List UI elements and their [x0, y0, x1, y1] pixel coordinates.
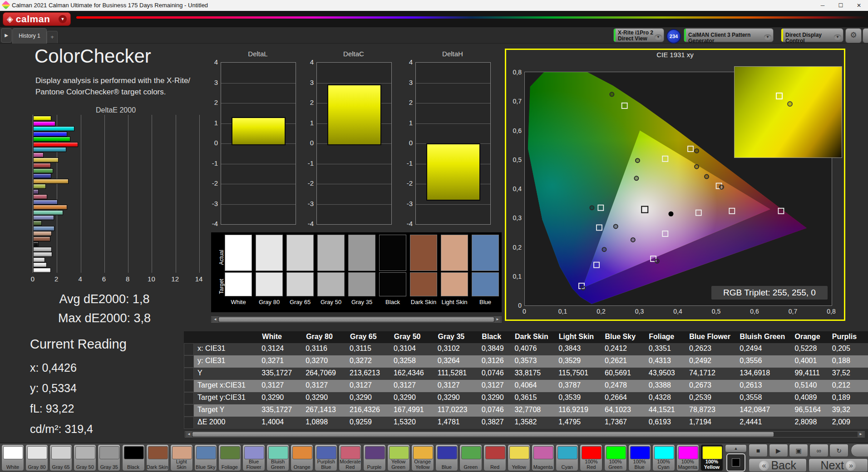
pattern-button-moderate-red[interactable]: Moderate Red [339, 444, 361, 471]
table-cell: 0,2623 [686, 343, 736, 355]
reading-cdm2-value: cd/m²: 319,4 [30, 423, 93, 436]
table-cell: 37,52 [829, 368, 868, 380]
swatch-strip-scrollbar[interactable]: ◄ ► [211, 316, 502, 323]
table-cell: 0,3849 [478, 343, 511, 355]
pattern-button-100-cyan[interactable]: 100% Cyan [652, 444, 675, 471]
pattern-button-label: Blue Sky [195, 465, 217, 470]
pattern-button-light-skin[interactable]: Light Skin [170, 444, 193, 471]
logo-bar: ◈ calman ▼ [0, 11, 868, 27]
table-scrollbar[interactable]: ◄ ► [185, 431, 865, 438]
pattern-button-yellow-green[interactable]: Yellow Green [387, 444, 410, 471]
x-tick-label: 12 [171, 275, 179, 283]
refresh-icon[interactable]: ↻ [829, 444, 848, 457]
scrollbar-thumb[interactable] [219, 317, 494, 322]
table-cell: 0,4076 [511, 343, 555, 355]
pattern-button-yellow[interactable]: Yellow [508, 444, 530, 471]
deltae-bar-bluish-green [33, 210, 63, 215]
stop-icon[interactable]: ■ [749, 444, 768, 457]
pattern-button-gray-80[interactable]: Gray 80 [25, 444, 48, 471]
column-header: Gray 65 [346, 331, 390, 343]
partial-transport-button[interactable] [851, 444, 868, 457]
partial-settings-button[interactable] [863, 28, 868, 43]
close-button[interactable]: ✕ [850, 0, 868, 11]
pattern-button-black[interactable]: Black [122, 444, 145, 471]
column-header: Bluish Green [736, 331, 791, 343]
table-cell: 0,3104 [390, 343, 434, 355]
pattern-button-purple[interactable]: Purple [363, 444, 386, 471]
pattern-button-green[interactable]: Green [459, 444, 482, 471]
swatch-label: Light Skin [439, 299, 469, 305]
row-gutter [184, 343, 194, 355]
minimize-button[interactable]: ─ [814, 0, 832, 11]
pattern-button-white[interactable]: White [1, 444, 24, 471]
pattern-button-gray-65[interactable]: Gray 65 [49, 444, 72, 471]
deltah-bar-chart [415, 62, 491, 225]
pattern-button-100-yellow[interactable]: 100% Yellow [700, 444, 723, 471]
pattern-button-foliage[interactable]: Foliage [218, 444, 241, 471]
loop-icon[interactable]: ∞ [809, 444, 829, 457]
pattern-button-100-green[interactable]: 100% Green [604, 444, 627, 471]
pattern-button-orange[interactable]: Orange [291, 444, 313, 471]
pattern-window-button[interactable] [726, 453, 745, 472]
page-description: Display analysis is performed with the X… [35, 75, 190, 98]
scroll-right-icon[interactable]: ► [494, 317, 501, 322]
frame-icon[interactable]: ▣ [789, 444, 808, 457]
pattern-button-magenta[interactable]: Magenta [532, 444, 554, 471]
x-tick-label: 6 [102, 275, 106, 283]
scroll-left-icon[interactable]: ◄ [186, 432, 192, 437]
pattern-button-100-magenta[interactable]: 100% Magenta [676, 444, 699, 471]
swatch-label: Gray 50 [316, 299, 346, 305]
table-cell: 0,3843 [555, 343, 601, 355]
pattern-button-gray-35[interactable]: Gray 35 [98, 444, 120, 471]
scroll-left-icon[interactable]: ◄ [212, 317, 218, 322]
pattern-button-label: Purple [364, 465, 385, 470]
swatch-label: White [223, 299, 253, 305]
pattern-button-gray-50[interactable]: Gray 50 [74, 444, 96, 471]
pattern-color-swatch [27, 446, 47, 459]
pattern-button-red[interactable]: Red [483, 444, 506, 471]
calman-diamond-icon: ◈ [7, 15, 13, 23]
meter-dropdown[interactable]: X-Rite i1Pro 2Direct View ▼ [613, 28, 664, 42]
tab-scroll-button[interactable]: ▶ [1, 28, 12, 43]
pattern-button-cyan[interactable]: Cyan [556, 444, 578, 471]
add-tab-button[interactable]: + [47, 31, 58, 43]
tab-history-1[interactable]: History 1 [12, 28, 47, 44]
play-icon[interactable]: ▶ [769, 444, 788, 457]
pattern-button-bluish-green[interactable]: Bluish Green [266, 444, 289, 471]
table-cell: 0,2673 [686, 380, 736, 392]
back-button[interactable]: « Back [749, 458, 807, 472]
pattern-generator-dropdown[interactable]: CalMAN Client 3 Pattern Generator ▼ [684, 28, 774, 42]
display-control-dropdown[interactable]: Direct Display Control ▼ [781, 28, 843, 42]
table-cell: 74,1712 [686, 368, 736, 380]
scrollbar-thumb[interactable] [192, 432, 774, 437]
deltae-bar-gray-50 [33, 252, 52, 257]
reading-y-value: y: 0,5334 [30, 382, 77, 395]
pattern-button-label: 100% Cyan [653, 459, 675, 470]
calman-menu-button[interactable]: ◈ calman ▼ [3, 12, 71, 26]
expand-panel-button[interactable]: ▲ [725, 444, 747, 452]
maximize-button[interactable]: ☐ [832, 0, 850, 11]
deltae-bar-100-blue [33, 132, 67, 137]
pattern-button-blue-flower[interactable]: Blue Flower [242, 444, 265, 471]
pattern-button-dark-skin[interactable]: Dark Skin [146, 444, 169, 471]
pattern-button-label: Yellow Green [388, 459, 409, 470]
pattern-button-label: Orange Yellow [412, 459, 434, 470]
scroll-right-icon[interactable]: ► [858, 432, 864, 437]
gear-icon[interactable]: ⚙ [845, 28, 862, 43]
pattern-button-blue[interactable]: Blue [435, 444, 458, 471]
pattern-button-100-blue[interactable]: 100% Blue [628, 444, 651, 471]
pattern-button-blue-sky[interactable]: Blue Sky [194, 444, 217, 471]
pattern-button-orange-yellow[interactable]: Orange Yellow [411, 444, 434, 471]
table-cell: 0,3388 [645, 380, 686, 392]
swatch-label: Gray 35 [347, 299, 377, 305]
target-swatch-light-skin [441, 272, 468, 296]
pattern-button-purplish-blue[interactable]: Purplish Blue [315, 444, 337, 471]
actual-row-label: Actual [218, 241, 225, 273]
table-cell: 0,3827 [478, 417, 511, 429]
deltae-bar-blue [33, 173, 51, 178]
pattern-button-100-red[interactable]: 100% Red [580, 444, 602, 471]
x-tick-label: 4 [78, 275, 82, 283]
pattern-color-swatch [485, 446, 505, 459]
target-swatch-gray-65 [286, 272, 314, 296]
next-button[interactable]: Next » [809, 458, 868, 472]
